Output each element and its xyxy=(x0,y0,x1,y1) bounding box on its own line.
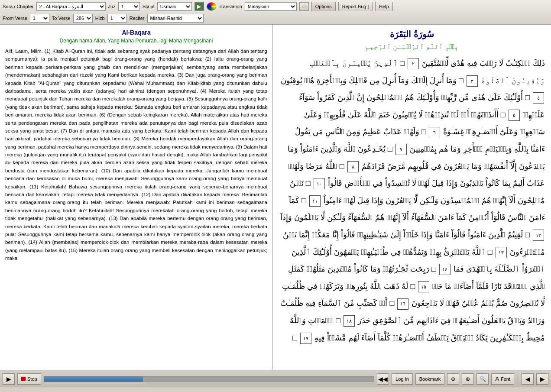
separator xyxy=(518,375,518,383)
zoom-expand-btn[interactable]: ⊕ xyxy=(462,373,474,385)
translation-toggle-btn[interactable]: □ xyxy=(299,2,309,11)
color-circle-btn[interactable] xyxy=(207,2,216,11)
nav-next-btn[interactable]: ▶ xyxy=(536,373,548,385)
juz-label: Juz xyxy=(108,4,116,9)
arabic-verse: ذَٰلِكَ ٱلۡكِتَـٰبُ لَا رَيۡبَ فِيهِ هُد… xyxy=(398,59,545,68)
toolbar-row2: From Verse 1 To Verse 286 Hizb 1 Reciter… xyxy=(3,14,548,23)
translation-label: Translation xyxy=(219,4,242,9)
sura-label: Sura / Chapter xyxy=(3,4,34,9)
from-verse-select[interactable]: 1 xyxy=(30,14,49,23)
from-verse-label: From Verse xyxy=(3,16,27,21)
hizb-label: Hizb xyxy=(95,16,105,21)
options-button[interactable]: Options xyxy=(311,2,336,11)
main-area: Al-Baqara Dengan nama Allah, Yang Maha P… xyxy=(0,25,551,370)
sura-select[interactable]: 2 - Al-Baqara - البقرة xyxy=(36,2,106,11)
to-verse-label: To Verse xyxy=(52,16,71,21)
log-in-button[interactable]: Log In xyxy=(392,373,413,385)
play-script-btn[interactable]: ▶ xyxy=(194,2,204,11)
translation-title: Al-Baqara xyxy=(5,29,267,36)
hizb-select[interactable]: 1 xyxy=(107,14,127,23)
statusbar: ▶ Stop ◀◀ Log In Bookmark ⊖ ⊕ 🔍 A Font ◀… xyxy=(0,370,551,387)
zoom-in-btn[interactable]: 🔍 xyxy=(476,373,489,385)
bookmark-button[interactable]: Bookmark xyxy=(415,373,445,385)
arabic-bismillah: بِسۡمِ ٱللَّهِ ٱلرَّحۡمَـٰنِ ٱلرَّحِيمِ xyxy=(279,43,545,51)
stop-label: Stop xyxy=(27,376,37,382)
font-label: Font xyxy=(501,376,510,382)
play-button[interactable]: ▶ xyxy=(3,373,15,385)
arabic-title: سُورَةُ البَقَرَة xyxy=(279,29,545,39)
script-select[interactable]: Usmani xyxy=(157,2,192,11)
script-label: Script xyxy=(143,4,155,9)
nav-left-arrow[interactable]: ◀◀ xyxy=(377,373,389,385)
toolbar-row1: Sura / Chapter 2 - Al-Baqara - البقرة Ju… xyxy=(3,2,548,11)
arabic-verses: ذَٰلِكَ ٱلۡكِتَـٰبُ لَا رَيۡبَ فِيهِ هُد… xyxy=(279,55,545,347)
main-toolbar: Sura / Chapter 2 - Al-Baqara - البقرة Ju… xyxy=(0,0,551,25)
arabic-pane[interactable]: سُورَةُ البَقَرَة بِسۡمِ ٱللَّهِ ٱلرَّحۡ… xyxy=(273,25,551,370)
translation-select[interactable]: Malaysian xyxy=(245,2,297,11)
stop-indicator xyxy=(21,377,26,381)
progress-fill xyxy=(44,376,143,382)
stop-button[interactable]: Stop xyxy=(17,373,41,385)
zoom-shrink-btn[interactable]: ⊖ xyxy=(447,373,459,385)
translation-pane[interactable]: Al-Baqara Dengan nama Allah, Yang Maha P… xyxy=(0,25,273,370)
font-icon: A xyxy=(495,376,499,382)
help-button[interactable]: Help xyxy=(375,2,393,11)
translation-text: Alif, Laam, Miim. (1) Kitab Al-Quran ini… xyxy=(5,47,267,262)
juz-select[interactable]: 1 xyxy=(118,2,140,11)
font-button[interactable]: A Font xyxy=(491,373,514,385)
report-bug-button[interactable]: Report Bug | xyxy=(338,2,373,11)
progress-bar[interactable] xyxy=(44,376,375,382)
reciter-select[interactable]: Mishari-Rashid xyxy=(147,14,204,23)
to-verse-select[interactable]: 286 xyxy=(73,14,93,23)
translation-bismillah: Dengan nama Allah, Yang Maha Pemurah, la… xyxy=(5,38,267,44)
nav-prev-btn[interactable]: ◀ xyxy=(522,373,534,385)
reciter-label: Reciter xyxy=(130,16,145,21)
